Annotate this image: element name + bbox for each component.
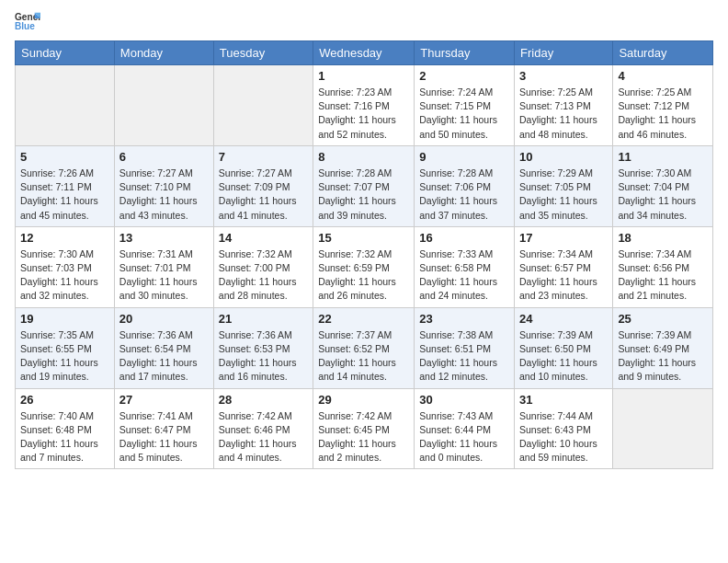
- day-info: Sunrise: 7:34 AM Sunset: 6:56 PM Dayligh…: [618, 247, 708, 304]
- day-number: 15: [318, 231, 409, 245]
- day-number: 21: [219, 312, 308, 326]
- day-number: 9: [419, 150, 509, 164]
- svg-text:Blue: Blue: [15, 21, 35, 31]
- logo-icon: General Blue: [15, 11, 40, 31]
- weekday-header-row: SundayMondayTuesdayWednesdayThursdayFrid…: [16, 41, 713, 65]
- day-info: Sunrise: 7:27 AM Sunset: 7:10 PM Dayligh…: [119, 167, 209, 223]
- day-info: Sunrise: 7:43 AM Sunset: 6:44 PM Dayligh…: [419, 409, 509, 465]
- calendar-week-row: 26Sunrise: 7:40 AM Sunset: 6:48 PM Dayli…: [16, 388, 713, 469]
- day-number: 23: [419, 312, 509, 326]
- calendar-cell: 30Sunrise: 7:43 AM Sunset: 6:44 PM Dayli…: [415, 388, 515, 469]
- calendar-cell: 25Sunrise: 7:39 AM Sunset: 6:49 PM Dayli…: [613, 307, 713, 388]
- calendar-cell: 1Sunrise: 7:23 AM Sunset: 7:16 PM Daylig…: [313, 65, 415, 146]
- calendar-cell: 28Sunrise: 7:42 AM Sunset: 6:46 PM Dayli…: [213, 388, 313, 469]
- day-info: Sunrise: 7:28 AM Sunset: 7:07 PM Dayligh…: [318, 167, 409, 223]
- calendar-cell: [213, 65, 313, 146]
- header: General Blue: [15, 11, 713, 31]
- day-info: Sunrise: 7:39 AM Sunset: 6:49 PM Dayligh…: [618, 328, 708, 385]
- day-info: Sunrise: 7:23 AM Sunset: 7:16 PM Dayligh…: [318, 86, 409, 142]
- day-info: Sunrise: 7:33 AM Sunset: 6:58 PM Dayligh…: [419, 247, 509, 304]
- calendar-cell: 17Sunrise: 7:34 AM Sunset: 6:57 PM Dayli…: [515, 226, 613, 307]
- day-info: Sunrise: 7:37 AM Sunset: 6:52 PM Dayligh…: [318, 328, 409, 385]
- day-info: Sunrise: 7:25 AM Sunset: 7:13 PM Dayligh…: [519, 86, 608, 142]
- calendar-cell: 26Sunrise: 7:40 AM Sunset: 6:48 PM Dayli…: [16, 388, 115, 469]
- weekday-header-wednesday: Wednesday: [313, 41, 415, 65]
- day-number: 26: [20, 393, 109, 407]
- calendar-cell: [613, 388, 713, 469]
- day-number: 31: [519, 393, 608, 407]
- calendar-cell: 15Sunrise: 7:32 AM Sunset: 6:59 PM Dayli…: [313, 226, 415, 307]
- day-info: Sunrise: 7:30 AM Sunset: 7:04 PM Dayligh…: [618, 167, 708, 223]
- calendar-cell: 31Sunrise: 7:44 AM Sunset: 6:43 PM Dayli…: [515, 388, 613, 469]
- day-number: 3: [519, 69, 608, 83]
- day-info: Sunrise: 7:36 AM Sunset: 6:53 PM Dayligh…: [219, 328, 308, 385]
- day-info: Sunrise: 7:36 AM Sunset: 6:54 PM Dayligh…: [119, 328, 209, 385]
- day-number: 1: [318, 69, 409, 83]
- day-number: 30: [419, 393, 509, 407]
- day-info: Sunrise: 7:38 AM Sunset: 6:51 PM Dayligh…: [419, 328, 509, 385]
- calendar-week-row: 12Sunrise: 7:30 AM Sunset: 7:03 PM Dayli…: [16, 226, 713, 307]
- day-info: Sunrise: 7:32 AM Sunset: 7:00 PM Dayligh…: [219, 247, 308, 304]
- day-info: Sunrise: 7:39 AM Sunset: 6:50 PM Dayligh…: [519, 328, 608, 385]
- day-info: Sunrise: 7:40 AM Sunset: 6:48 PM Dayligh…: [20, 409, 109, 465]
- calendar-cell: [114, 65, 213, 146]
- calendar-cell: 29Sunrise: 7:42 AM Sunset: 6:45 PM Dayli…: [313, 388, 415, 469]
- day-number: 2: [419, 69, 509, 83]
- day-number: 6: [119, 150, 209, 164]
- calendar-cell: 3Sunrise: 7:25 AM Sunset: 7:13 PM Daylig…: [515, 65, 613, 146]
- calendar-week-row: 5Sunrise: 7:26 AM Sunset: 7:11 PM Daylig…: [16, 145, 713, 226]
- day-number: 12: [20, 231, 109, 245]
- calendar-week-row: 19Sunrise: 7:35 AM Sunset: 6:55 PM Dayli…: [16, 307, 713, 388]
- calendar-cell: 20Sunrise: 7:36 AM Sunset: 6:54 PM Dayli…: [114, 307, 213, 388]
- calendar-cell: 21Sunrise: 7:36 AM Sunset: 6:53 PM Dayli…: [213, 307, 313, 388]
- day-number: 20: [119, 312, 209, 326]
- weekday-header-sunday: Sunday: [16, 41, 115, 65]
- day-number: 11: [618, 150, 708, 164]
- logo: General Blue: [15, 11, 40, 31]
- calendar-cell: 24Sunrise: 7:39 AM Sunset: 6:50 PM Dayli…: [515, 307, 613, 388]
- day-info: Sunrise: 7:41 AM Sunset: 6:47 PM Dayligh…: [119, 409, 209, 465]
- weekday-header-thursday: Thursday: [415, 41, 515, 65]
- day-info: Sunrise: 7:30 AM Sunset: 7:03 PM Dayligh…: [20, 247, 109, 304]
- day-number: 27: [119, 393, 209, 407]
- weekday-header-friday: Friday: [515, 41, 613, 65]
- day-info: Sunrise: 7:24 AM Sunset: 7:15 PM Dayligh…: [419, 86, 509, 142]
- day-info: Sunrise: 7:25 AM Sunset: 7:12 PM Dayligh…: [618, 86, 708, 142]
- calendar-table: SundayMondayTuesdayWednesdayThursdayFrid…: [15, 40, 713, 469]
- day-number: 5: [20, 150, 109, 164]
- day-number: 19: [20, 312, 109, 326]
- calendar-cell: 5Sunrise: 7:26 AM Sunset: 7:11 PM Daylig…: [16, 145, 115, 226]
- day-info: Sunrise: 7:34 AM Sunset: 6:57 PM Dayligh…: [519, 247, 608, 304]
- calendar-cell: 10Sunrise: 7:29 AM Sunset: 7:05 PM Dayli…: [515, 145, 613, 226]
- day-info: Sunrise: 7:29 AM Sunset: 7:05 PM Dayligh…: [519, 167, 608, 223]
- day-info: Sunrise: 7:42 AM Sunset: 6:45 PM Dayligh…: [318, 409, 409, 465]
- calendar-cell: 19Sunrise: 7:35 AM Sunset: 6:55 PM Dayli…: [16, 307, 115, 388]
- day-info: Sunrise: 7:28 AM Sunset: 7:06 PM Dayligh…: [419, 167, 509, 223]
- calendar-cell: 16Sunrise: 7:33 AM Sunset: 6:58 PM Dayli…: [415, 226, 515, 307]
- calendar-cell: 22Sunrise: 7:37 AM Sunset: 6:52 PM Dayli…: [313, 307, 415, 388]
- day-info: Sunrise: 7:27 AM Sunset: 7:09 PM Dayligh…: [219, 167, 308, 223]
- day-info: Sunrise: 7:32 AM Sunset: 6:59 PM Dayligh…: [318, 247, 409, 304]
- calendar-week-row: 1Sunrise: 7:23 AM Sunset: 7:16 PM Daylig…: [16, 65, 713, 146]
- day-number: 13: [119, 231, 209, 245]
- calendar-cell: 13Sunrise: 7:31 AM Sunset: 7:01 PM Dayli…: [114, 226, 213, 307]
- calendar-cell: [16, 65, 115, 146]
- calendar-cell: 11Sunrise: 7:30 AM Sunset: 7:04 PM Dayli…: [613, 145, 713, 226]
- calendar-cell: 18Sunrise: 7:34 AM Sunset: 6:56 PM Dayli…: [613, 226, 713, 307]
- day-info: Sunrise: 7:44 AM Sunset: 6:43 PM Dayligh…: [519, 409, 608, 465]
- day-info: Sunrise: 7:26 AM Sunset: 7:11 PM Dayligh…: [20, 167, 109, 223]
- calendar-cell: 23Sunrise: 7:38 AM Sunset: 6:51 PM Dayli…: [415, 307, 515, 388]
- calendar-cell: 8Sunrise: 7:28 AM Sunset: 7:07 PM Daylig…: [313, 145, 415, 226]
- calendar-cell: 7Sunrise: 7:27 AM Sunset: 7:09 PM Daylig…: [213, 145, 313, 226]
- day-number: 7: [219, 150, 308, 164]
- day-number: 24: [519, 312, 608, 326]
- weekday-header-monday: Monday: [114, 41, 213, 65]
- day-info: Sunrise: 7:42 AM Sunset: 6:46 PM Dayligh…: [219, 409, 308, 465]
- day-info: Sunrise: 7:35 AM Sunset: 6:55 PM Dayligh…: [20, 328, 109, 385]
- day-number: 10: [519, 150, 608, 164]
- weekday-header-tuesday: Tuesday: [213, 41, 313, 65]
- calendar-cell: 4Sunrise: 7:25 AM Sunset: 7:12 PM Daylig…: [613, 65, 713, 146]
- calendar-cell: 27Sunrise: 7:41 AM Sunset: 6:47 PM Dayli…: [114, 388, 213, 469]
- day-info: Sunrise: 7:31 AM Sunset: 7:01 PM Dayligh…: [119, 247, 209, 304]
- day-number: 22: [318, 312, 409, 326]
